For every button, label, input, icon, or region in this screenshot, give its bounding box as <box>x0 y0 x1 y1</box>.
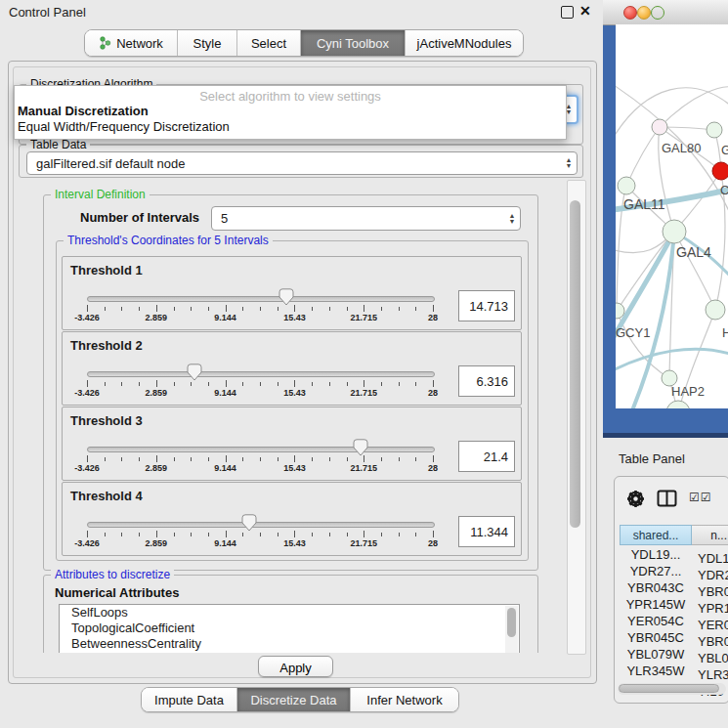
slider-thumb[interactable] <box>278 288 294 306</box>
slider-track[interactable] <box>87 522 435 528</box>
tick-label: 15.43 <box>283 463 306 473</box>
network-node-label: GAL11 <box>623 196 665 212</box>
tick-label: 9.144 <box>214 538 236 548</box>
tick-label: 15.43 <box>283 388 306 398</box>
network-edge[interactable] <box>616 349 728 371</box>
table-row[interactable]: YLR345WYLR3 <box>620 663 728 679</box>
slider-thumb[interactable] <box>241 514 257 532</box>
network-node-green[interactable] <box>706 300 725 320</box>
numerical-attributes-list[interactable]: SelfLoopsTopologicalCoefficientBetweenne… <box>59 604 520 653</box>
tick-label: 28 <box>428 313 438 322</box>
split-column-icon[interactable] <box>657 490 677 507</box>
num-intervals-combobox[interactable]: 5 ▲▼ <box>211 206 521 231</box>
network-node-label: GAL4 <box>676 244 711 260</box>
table-row[interactable]: YER054CYER0 <box>620 613 728 629</box>
threshold-value-field[interactable]: 6.316 <box>458 365 515 397</box>
threshold-value-field[interactable]: 11.344 <box>458 516 515 547</box>
tick-label: 15.43 <box>283 538 306 548</box>
network-node-green[interactable] <box>666 401 690 408</box>
tick-label: 21.715 <box>350 463 377 473</box>
slider-ticks <box>87 531 433 538</box>
bottom-tab-infer-network[interactable]: Infer Network <box>350 688 458 711</box>
tick-label: 28 <box>428 538 438 548</box>
close-icon[interactable]: ✕ <box>579 3 591 19</box>
table-row[interactable]: YDR27...YDR2 <box>620 563 728 579</box>
cell-name: YER0 <box>692 617 728 629</box>
tab-cyni-toolbox[interactable]: Cyni Toolbox <box>300 30 405 56</box>
threshold-panel-2: Threshold 2-3.4262.8599.14415.4321.71528… <box>62 331 522 406</box>
tick-label: 21.715 <box>350 388 377 398</box>
network-node-green[interactable] <box>618 177 635 194</box>
zoom-traffic-light[interactable] <box>651 6 664 20</box>
attributes-scrollbar[interactable] <box>505 606 518 653</box>
tab-network[interactable]: Network <box>85 30 177 56</box>
settings-vertical-scrollbar[interactable] <box>567 180 586 655</box>
table-row[interactable]: YBR045CYBR0 <box>620 629 728 646</box>
threshold-value-field[interactable]: 21.4 <box>458 441 515 472</box>
apply-button[interactable]: Apply <box>258 656 333 677</box>
tick-label: 21.715 <box>350 313 377 322</box>
table-horizontal-scrollbar[interactable] <box>618 683 726 695</box>
cell-name: YPR1 <box>692 600 728 613</box>
network-view-window: GAL80GCGAL11GAL4GCY1HHAP2 <box>603 0 728 438</box>
cell-shared-name: YER054C <box>620 613 692 629</box>
minimize-traffic-light[interactable] <box>637 6 651 20</box>
slider-track[interactable] <box>87 296 435 302</box>
window-frame-edge <box>603 433 728 438</box>
table-row[interactable]: YPR145WYPR1 <box>620 596 728 613</box>
tab-style[interactable]: Style <box>177 30 236 56</box>
threshold-panel-3: Threshold 3-3.4262.8599.14415.4321.71528… <box>62 407 522 481</box>
slider-track[interactable] <box>87 447 435 452</box>
close-traffic-light[interactable] <box>623 6 637 20</box>
float-window-icon[interactable] <box>561 6 574 19</box>
cell-shared-name: YPR145W <box>620 596 692 613</box>
threshold-panel-4: Threshold 4-3.4262.8599.14415.4321.71528… <box>62 482 522 556</box>
bottom-tab-discretize-data[interactable]: Discretize Data <box>236 688 350 711</box>
tick-label: -3.426 <box>74 388 100 398</box>
tick-label: 2.859 <box>146 463 168 473</box>
network-edge[interactable] <box>660 87 728 127</box>
dropdown-placeholder: Select algorithm to view settings <box>15 89 566 104</box>
tick-label: 21.715 <box>350 538 377 548</box>
network-icon <box>99 36 111 50</box>
dropdown-option-2[interactable]: Equal Width/Frequency Discretization <box>18 119 230 134</box>
dropdown-option-1[interactable]: Manual Discretization <box>18 104 149 118</box>
network-node-green[interactable] <box>707 122 722 138</box>
network-canvas[interactable]: GAL80GCGAL11GAL4GCY1HHAP2 <box>616 24 728 408</box>
network-edge[interactable] <box>626 127 660 186</box>
column-header-shared-name[interactable]: shared... <box>620 525 692 545</box>
slider-ticks <box>87 455 433 463</box>
slider-thumb[interactable] <box>187 364 202 381</box>
network-node-label: H <box>722 325 728 340</box>
network-node-green[interactable] <box>663 220 686 243</box>
slider-thumb[interactable] <box>353 439 368 456</box>
column-header-name[interactable]: n... <box>692 525 728 545</box>
settings-scroll-area: Interval Definition Number of Intervals … <box>20 180 568 653</box>
table-row[interactable]: YDL19...YDL1 <box>620 546 728 563</box>
attribute-list-item[interactable]: TopologicalCoefficient <box>60 621 519 636</box>
tick-label: 9.144 <box>214 313 236 322</box>
table-row[interactable]: YBR043CYBR0 <box>620 579 728 596</box>
network-node-label: C <box>720 183 728 197</box>
tick-label: 28 <box>428 388 438 398</box>
tick-label: 15.43 <box>283 313 306 322</box>
network-node-label: G <box>721 143 728 157</box>
gear-icon[interactable] <box>626 490 645 508</box>
attribute-list-item[interactable]: SelfLoops <box>60 605 519 621</box>
table-row[interactable]: YBL079WYBL0 <box>620 646 728 663</box>
tab-jactivemnodules[interactable]: jActiveMNodules <box>405 30 523 56</box>
attribute-list-item[interactable]: BetweennessCentrality <box>60 636 519 652</box>
combobox-stepper-icon: ▲▼ <box>561 157 577 169</box>
bottom-tab-impute-data[interactable]: Impute Data <box>142 688 236 711</box>
top-tab-bar: NetworkStyleSelectCyni ToolboxjActiveMNo… <box>84 29 524 57</box>
table-data-combobox[interactable]: galFiltered.sif default node ▲▼ <box>26 151 578 175</box>
threshold-label: Threshold 3 <box>70 413 143 428</box>
network-node-red[interactable] <box>712 162 728 180</box>
cell-shared-name: YBL079W <box>620 646 692 663</box>
slider-track[interactable] <box>87 371 435 377</box>
threshold-value-field[interactable]: 14.713 <box>458 290 515 321</box>
network-node-pink[interactable] <box>652 119 667 135</box>
checkbox-icons[interactable]: ☑☑ <box>689 491 712 504</box>
tab-select[interactable]: Select <box>236 30 300 56</box>
table-data-group-title: Table Data <box>26 138 90 151</box>
